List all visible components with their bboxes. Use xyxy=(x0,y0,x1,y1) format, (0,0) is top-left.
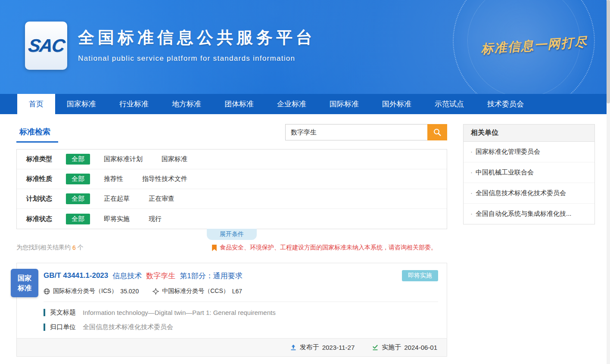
filter-row-plan-status: 计划状态 全部 正在起草 正在审查 xyxy=(17,189,447,209)
search-icon xyxy=(433,128,442,137)
implement-label: 实施于 xyxy=(382,343,401,352)
ccs-label: 中国标准分类号（CCS） xyxy=(162,287,229,295)
ics-value: 35.020 xyxy=(120,288,139,295)
committee-row: 归口单位 全国信息技术标准化技术委员会 xyxy=(44,323,438,331)
system-notice: 食品安全、环境保护、工程建设方面的国家标准未纳入本系统，请咨询相关部委。 xyxy=(212,244,447,252)
related-unit-link-sac[interactable]: 国家标准化管理委员会 xyxy=(464,142,594,162)
related-units-title: 相关单位 xyxy=(464,124,594,142)
sac-logo[interactable]: SAC xyxy=(25,22,67,70)
implement-date-item: 实施于 2024-06-01 xyxy=(372,343,437,352)
filter-option-drafting[interactable]: 正在起草 xyxy=(104,195,130,203)
publish-label: 发布于 xyxy=(300,343,319,352)
filter-option-guidance-document[interactable]: 指导性技术文件 xyxy=(142,175,187,183)
search-input[interactable] xyxy=(285,124,427,140)
card-divider xyxy=(44,302,438,302)
scrollbar[interactable] xyxy=(607,0,610,364)
site-subtitle: National public service platform for sta… xyxy=(78,54,316,63)
ccs-value: L67 xyxy=(232,288,242,295)
filter-option-upcoming[interactable]: 即将实施 xyxy=(104,215,130,223)
related-unit-link-machinery[interactable]: 中国机械工业联合会 xyxy=(464,162,594,183)
compass-icon xyxy=(152,288,159,295)
standard-title-highlight[interactable]: 数字孪生 xyxy=(146,271,175,281)
filter-row-standard-nature: 标准性质 全部 推荐性 指导性技术文件 xyxy=(17,169,447,189)
filter-option-under-review[interactable]: 正在审查 xyxy=(149,195,174,203)
site-title: 全国标准信息公共服务平台 xyxy=(78,27,316,49)
result-bar: 为您找到相关结果约 6 个 食品安全、环境保护、工程建设方面的国家标准未纳入本系… xyxy=(16,244,447,252)
ccs-meta: 中国标准分类号（CCS） L67 xyxy=(152,287,242,295)
expand-conditions-button[interactable]: 展开条件 xyxy=(207,229,257,240)
result-count: 6 xyxy=(72,244,76,251)
card-title-row: GB/T 43441.1-2023 信息技术 数字孪生 第1部分：通用要求 即将… xyxy=(44,270,438,281)
filter-all-button[interactable]: 全部 xyxy=(66,154,90,165)
nav-item-group-standards[interactable]: 团体标准 xyxy=(213,94,265,114)
card-body: GB/T 43441.1-2023 信息技术 数字孪生 第1部分：通用要求 即将… xyxy=(17,263,447,331)
publish-date-item: 发布于 2023-11-27 xyxy=(290,343,355,352)
main-nav: 首页 国家标准 行业标准 地方标准 团体标准 企业标准 国际标准 国外标准 示范… xyxy=(0,94,610,114)
system-notice-text: 食品安全、环境保护、工程建设方面的国家标准未纳入本系统，请咨询相关部委。 xyxy=(220,244,437,252)
english-title-value: Information technology—Digital twin—Part… xyxy=(83,309,276,316)
status-badge: 即将实施 xyxy=(402,270,438,281)
accent-bar xyxy=(44,309,45,316)
standard-title-part[interactable]: 第1部分：通用要求 xyxy=(180,271,242,281)
badge-line-2: 标准 xyxy=(18,283,31,293)
filter-all-button[interactable]: 全部 xyxy=(66,174,90,184)
result-count-prefix: 为您找到相关结果约 xyxy=(16,244,71,252)
globe-icon xyxy=(44,288,50,295)
nav-item-enterprise-standards[interactable]: 企业标准 xyxy=(265,94,318,114)
committee-value: 全国信息技术标准化技术委员会 xyxy=(83,323,173,331)
site-banner: SAC 全国标准信息公共服务平台 National public service… xyxy=(0,0,610,94)
sac-logo-text: SAC xyxy=(27,35,65,56)
nav-item-pilot-program[interactable]: 示范试点 xyxy=(423,94,476,114)
main-column: 标准检索 标准类型 全部 国家标准计划 国家 xyxy=(16,124,447,357)
card-meta-row: 国际标准分类号（ICS） 35.020 中国标准分类号（CCS） L67 xyxy=(44,287,438,295)
publish-upload-icon xyxy=(290,344,297,351)
filter-panel: 标准类型 全部 国家标准计划 国家标准 标准性质 全部 推荐性 指导性技术文件 … xyxy=(16,149,447,229)
standard-code-link[interactable]: GB/T 43441.1-2023 xyxy=(44,271,108,280)
badge-line-1: 国家 xyxy=(18,273,31,283)
site-title-block: 全国标准信息公共服务平台 National public service pla… xyxy=(78,27,316,63)
accent-bar xyxy=(44,324,45,331)
english-title-row: 英文标题 Information technology—Digital twin… xyxy=(44,308,438,317)
implement-check-icon xyxy=(372,344,379,351)
scrollbar-thumb[interactable] xyxy=(607,0,610,103)
related-unit-link-it-committee[interactable]: 全国信息技术标准化技术委员会 xyxy=(464,183,594,204)
card-footer: 发布于 2023-11-27 实施于 2024-06-01 xyxy=(17,338,447,356)
english-title-label: 英文标题 xyxy=(50,308,76,317)
nav-item-industry-standards[interactable]: 行业标准 xyxy=(108,94,160,114)
filter-label: 标准状态 xyxy=(26,215,66,223)
filter-label: 标准类型 xyxy=(26,155,66,163)
filter-all-button[interactable]: 全部 xyxy=(66,214,90,224)
filter-row-standard-type: 标准类型 全部 国家标准计划 国家标准 xyxy=(17,149,447,169)
nav-item-international-standards[interactable]: 国际标准 xyxy=(318,94,370,114)
standard-title-part[interactable]: 信息技术 xyxy=(112,271,142,281)
filter-all-button[interactable]: 全部 xyxy=(66,193,90,204)
bookmark-icon xyxy=(212,245,217,251)
filter-label: 标准性质 xyxy=(26,175,66,183)
filter-option-national-standard[interactable]: 国家标准 xyxy=(162,155,187,163)
nav-item-technical-committees[interactable]: 技术委员会 xyxy=(476,94,535,114)
search-button[interactable] xyxy=(427,124,447,140)
filter-option-recommended[interactable]: 推荐性 xyxy=(104,175,123,183)
committee-label: 归口单位 xyxy=(50,323,76,331)
national-standard-badge: 国家 标准 xyxy=(11,269,38,297)
nav-item-national-standards[interactable]: 国家标准 xyxy=(55,94,108,114)
ics-label: 国际标准分类号（ICS） xyxy=(53,287,117,295)
content-area: 标准检索 标准类型 全部 国家标准计划 国家 xyxy=(0,114,610,357)
implement-date: 2024-06-01 xyxy=(404,344,437,351)
nav-item-foreign-standards[interactable]: 国外标准 xyxy=(370,94,423,114)
related-units-panel: 相关单位 国家标准化管理委员会 中国机械工业联合会 全国信息技术标准化技术委员会… xyxy=(463,124,595,224)
page: SAC 全国标准信息公共服务平台 National public service… xyxy=(0,0,610,364)
filter-option-national-plan[interactable]: 国家标准计划 xyxy=(104,155,143,163)
tab-standard-search[interactable]: 标准检索 xyxy=(16,124,58,143)
standard-card: 国家 标准 GB/T 43441.1-2023 信息技术 数字孪生 第1部分：通… xyxy=(16,263,447,357)
publish-date: 2023-11-27 xyxy=(322,344,355,351)
filter-option-current[interactable]: 现行 xyxy=(149,215,162,223)
nav-item-local-standards[interactable]: 地方标准 xyxy=(160,94,213,114)
search-row: 标准检索 xyxy=(16,124,447,141)
nav-item-home[interactable]: 首页 xyxy=(17,94,55,114)
filter-row-standard-status: 标准状态 全部 即将实施 现行 xyxy=(17,209,447,229)
result-count-suffix: 个 xyxy=(78,244,84,252)
search-box xyxy=(285,124,447,140)
filter-label: 计划状态 xyxy=(26,195,66,203)
related-unit-link-automation[interactable]: 全国自动化系统与集成标准化技... xyxy=(464,204,594,224)
